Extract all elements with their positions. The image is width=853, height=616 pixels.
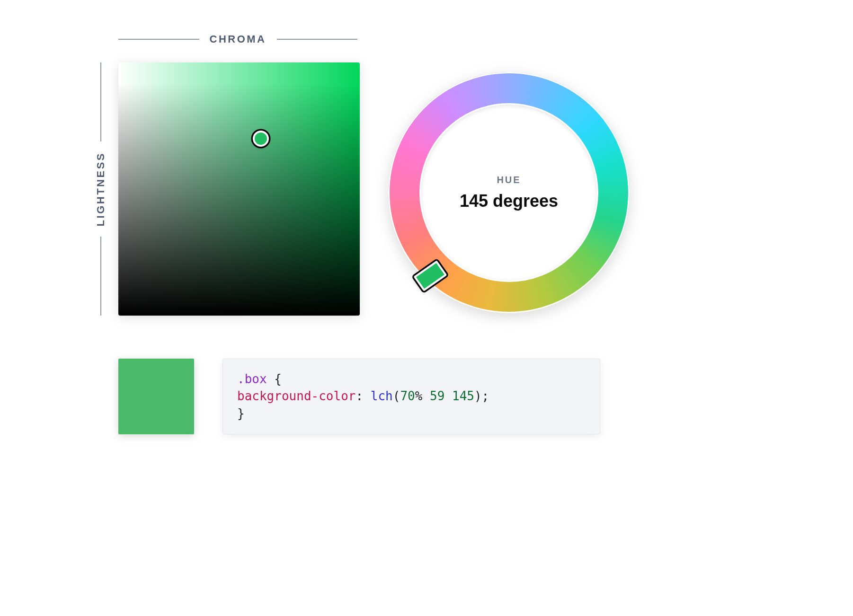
- hue-wheel[interactable]: HUE 145 degrees: [388, 72, 630, 313]
- token-semicolon: ;: [482, 389, 489, 403]
- hue-value-text: 145 degrees: [460, 191, 558, 211]
- axis-rule: [100, 62, 101, 141]
- token-rparen: ): [474, 389, 482, 403]
- token-brace-open: {: [267, 372, 282, 386]
- token-lparen: (: [393, 389, 400, 403]
- token-function: lch: [371, 389, 393, 403]
- lc-color-field[interactable]: [118, 62, 360, 316]
- token-percent: %: [415, 389, 423, 403]
- token-lightness-value: 70: [400, 389, 415, 403]
- token-chroma-value: 59: [430, 389, 444, 403]
- token-brace-close: }: [237, 406, 245, 421]
- lightness-axis-label: LIGHTNESS: [94, 62, 108, 316]
- lc-picker-handle[interactable]: [253, 131, 269, 147]
- code-line-3: }: [237, 405, 586, 422]
- token-space: [422, 389, 430, 403]
- hue-readout: HUE 145 degrees: [419, 103, 598, 282]
- css-code-snippet: .box { background-color: lch(70% 59 145)…: [222, 359, 600, 434]
- result-swatch: [118, 359, 194, 434]
- hue-label-text: HUE: [497, 175, 521, 185]
- token-colon: :: [355, 389, 370, 403]
- code-line-1: .box {: [237, 370, 586, 387]
- axis-rule: [277, 39, 358, 39]
- token-selector: .box: [237, 372, 267, 386]
- lc-gradient: [118, 62, 360, 316]
- axis-rule: [118, 39, 199, 39]
- chroma-label-text: CHROMA: [210, 33, 267, 45]
- axis-rule: [100, 237, 101, 316]
- code-line-2: background-color: lch(70% 59 145);: [237, 387, 586, 405]
- token-hue-value: 145: [452, 389, 474, 403]
- token-property: background-color: [237, 389, 355, 403]
- chroma-axis-label: CHROMA: [118, 33, 357, 45]
- lightness-label-text: LIGHTNESS: [95, 152, 107, 226]
- token-space: [444, 389, 452, 403]
